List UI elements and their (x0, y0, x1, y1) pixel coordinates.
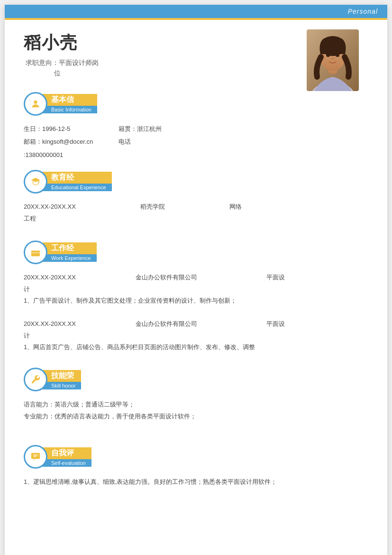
work-section-header: 工作经 Work Experience (24, 240, 368, 264)
work-company-1: 金山办公软件有限公司 (136, 272, 221, 283)
phone-value: :13800000001 (24, 151, 63, 158)
svg-point-7 (34, 100, 37, 103)
email-label: 邮箱： (24, 138, 42, 145)
native-value: 浙江杭州 (137, 125, 162, 132)
work-content: 20XX.XX-20XX.XX 金山办公软件有限公司 平面设 计 1、广告平面设… (5, 268, 387, 362)
edu-date: 20XX.XX-20XX.XX (24, 201, 76, 212)
work-desc-2: 1、网店首页广告、店铺公告、商品系列栏目页面的活动图片制作、发布、修改、调整 (24, 342, 368, 352)
top-bar-label: Personal (348, 8, 378, 15)
self-eval-section-header: 自我评 Self-evaluation (24, 445, 368, 469)
skill-content: 语言能力：英语六级；普通话二级甲等； 专业能力：优秀的语言表达能力，善于使用各类… (5, 395, 387, 426)
education-icon (24, 170, 47, 194)
phone-label: 电话 (119, 138, 131, 145)
education-title-en: Educational Experience (43, 184, 112, 191)
svg-rect-11 (31, 453, 40, 459)
birthday-label: 生日： (24, 125, 42, 132)
work-meta-1: 20XX.XX-20XX.XX 金山办公软件有限公司 平面设 (24, 272, 368, 283)
work-role-1: 平面设 (266, 272, 285, 283)
person-silhouette (307, 29, 359, 91)
briefcase-icon (30, 247, 41, 258)
work-role-2: 平面设 (266, 318, 285, 329)
self-eval-content: 1、逻辑思维清晰,做事认真、细致,表达能力强。良好的工作习惯；熟悉各类平面设计用… (5, 472, 387, 492)
spacer-3 (5, 433, 387, 439)
job-intent-line2: 位 (54, 69, 61, 77)
education-section-header: 教育经 Educational Experience (24, 170, 368, 194)
work-title-block: 工作经 Work Experience (43, 242, 97, 262)
birthday-value: 1996-12-5 (42, 125, 70, 132)
skill-title-zh: 技能荣 (43, 370, 81, 382)
skill-title-block: 技能荣 Skill honor (43, 370, 81, 389)
work-date-2: 20XX.XX-20XX.XX (24, 318, 100, 329)
svg-rect-9 (31, 250, 40, 256)
education-title-zh: 教育经 (43, 172, 112, 184)
basic-info-icon (24, 92, 47, 116)
header-section: 稻小壳 求职意向：平面设计师岗 位 (5, 20, 387, 86)
photo-area (307, 29, 359, 91)
edu-major-cont: 工程 (24, 213, 368, 224)
spacer-work (24, 312, 368, 318)
wrench-icon (30, 374, 41, 385)
top-bar: Personal (5, 5, 387, 18)
work-meta-2: 20XX.XX-20XX.XX 金山办公软件有限公司 平面设 (24, 318, 368, 329)
spacer-2 (5, 426, 387, 433)
basic-info-content: 生日：1996-12-5 籍贯：浙江杭州 邮箱：kingsoft@docer.c… (5, 120, 387, 164)
self-eval-title-zh: 自我评 (43, 447, 91, 459)
education-row: 20XX.XX-20XX.XX 稻壳学院 网络 (24, 201, 368, 212)
work-role-cont-1: 计 (24, 284, 368, 295)
birthday-field: 生日：1996-12-5 (24, 123, 119, 134)
work-desc-1: 1、广告平面设计、制作及其它图文处理；企业宣传资料的设计、制作与创新； (24, 295, 368, 306)
svg-point-5 (326, 54, 330, 57)
spacer-1 (5, 228, 387, 235)
basic-info-title-block: 基本信 Basic Information (43, 94, 97, 113)
self-eval-title-block: 自我评 Self-evaluation (43, 447, 91, 467)
edu-school: 稻壳学院 (140, 201, 165, 212)
work-title-zh: 工作经 (43, 242, 97, 254)
work-entry-1: 20XX.XX-20XX.XX 金山办公软件有限公司 平面设 计 1、广告平面设… (24, 272, 368, 306)
skill-line2: 专业能力：优秀的语言表达能力，善于使用各类平面设计软件； (24, 411, 368, 423)
work-company-2: 金山办公软件有限公司 (136, 318, 221, 329)
email-field: 邮箱：kingsoft@docer.cn (24, 136, 119, 147)
basic-info-title-en: Basic Information (43, 106, 97, 113)
skill-line1: 语言能力：英语六级；普通话二级甲等； (24, 399, 368, 411)
work-entry-2: 20XX.XX-20XX.XX 金山办公软件有限公司 平面设 计 1、网店首页广… (24, 318, 368, 352)
phone-value-row: :13800000001 (24, 149, 368, 160)
education-content: 20XX.XX-20XX.XX 稻壳学院 网络 工程 (5, 197, 387, 228)
skill-icon (24, 368, 47, 391)
basic-info-title-zh: 基本信 (43, 94, 97, 106)
basic-info-section-header: 基本信 Basic Information (24, 92, 368, 116)
skill-section-header: 技能荣 Skill honor (24, 368, 368, 391)
work-date-1: 20XX.XX-20XX.XX (24, 272, 100, 283)
skill-title-en: Skill honor (43, 382, 81, 389)
work-icon (24, 240, 47, 264)
photo-placeholder (307, 29, 359, 91)
chat-icon (30, 452, 41, 462)
job-intent-line1: 求职意向：平面设计师岗 (26, 59, 99, 66)
phone-field: 电话 (119, 136, 213, 147)
person-icon (30, 99, 41, 109)
native-label: 籍贯： (119, 125, 137, 132)
graduation-icon (30, 176, 41, 187)
self-eval-text: 1、逻辑思维清晰,做事认真、细致,表达能力强。良好的工作习惯；熟悉各类平面设计用… (24, 476, 368, 488)
edu-major: 网络 (229, 201, 242, 212)
email-value: kingsoft@docer.cn (42, 138, 93, 145)
native-field: 籍贯：浙江杭州 (119, 123, 213, 134)
self-eval-title-en: Self-evaluation (43, 459, 91, 467)
work-role-cont-2: 计 (24, 330, 368, 341)
resume-page: Personal 稻小壳 求职意向：平面设计师岗 位 (5, 5, 387, 555)
work-title-en: Work Experience (43, 254, 97, 262)
education-title-block: 教育经 Educational Experience (43, 172, 112, 191)
svg-point-6 (336, 54, 339, 57)
basic-info-row2: 邮箱：kingsoft@docer.cn 电话 (24, 136, 368, 147)
basic-info-row1: 生日：1996-12-5 籍贯：浙江杭州 (24, 123, 368, 134)
